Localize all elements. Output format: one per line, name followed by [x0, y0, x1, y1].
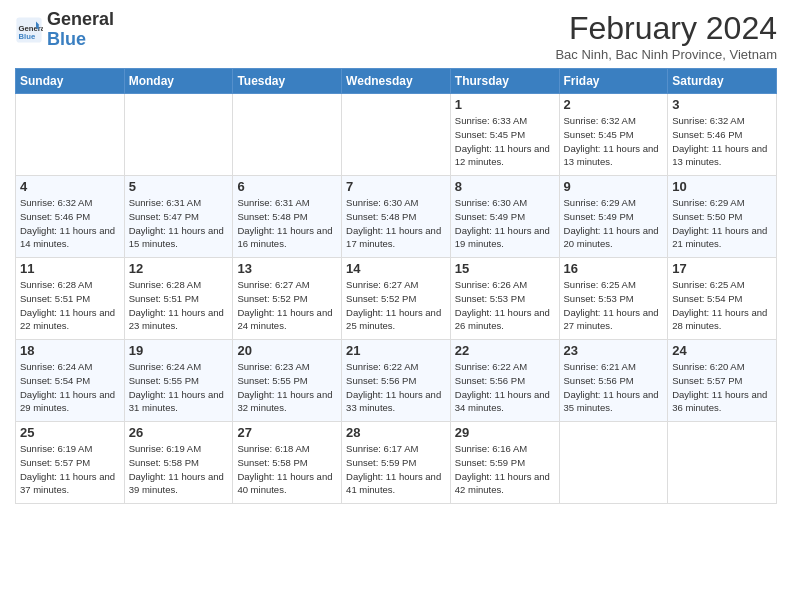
- day-cell: 14Sunrise: 6:27 AM Sunset: 5:52 PM Dayli…: [342, 258, 451, 340]
- title-block: February 2024 Bac Ninh, Bac Ninh Provinc…: [555, 10, 777, 62]
- day-info: Sunrise: 6:32 AM Sunset: 5:46 PM Dayligh…: [672, 114, 772, 169]
- day-cell: 10Sunrise: 6:29 AM Sunset: 5:50 PM Dayli…: [668, 176, 777, 258]
- day-info: Sunrise: 6:31 AM Sunset: 5:47 PM Dayligh…: [129, 196, 229, 251]
- day-cell: 20Sunrise: 6:23 AM Sunset: 5:55 PM Dayli…: [233, 340, 342, 422]
- day-number: 7: [346, 179, 446, 194]
- day-info: Sunrise: 6:29 AM Sunset: 5:49 PM Dayligh…: [564, 196, 664, 251]
- day-cell: 22Sunrise: 6:22 AM Sunset: 5:56 PM Dayli…: [450, 340, 559, 422]
- calendar-body: 1Sunrise: 6:33 AM Sunset: 5:45 PM Daylig…: [16, 94, 777, 504]
- page: General Blue GeneralBlue February 2024 B…: [0, 0, 792, 612]
- day-cell: 15Sunrise: 6:26 AM Sunset: 5:53 PM Dayli…: [450, 258, 559, 340]
- day-info: Sunrise: 6:24 AM Sunset: 5:55 PM Dayligh…: [129, 360, 229, 415]
- day-number: 23: [564, 343, 664, 358]
- day-number: 21: [346, 343, 446, 358]
- day-header-tuesday: Tuesday: [233, 69, 342, 94]
- day-cell: 3Sunrise: 6:32 AM Sunset: 5:46 PM Daylig…: [668, 94, 777, 176]
- day-info: Sunrise: 6:30 AM Sunset: 5:48 PM Dayligh…: [346, 196, 446, 251]
- calendar: SundayMondayTuesdayWednesdayThursdayFrid…: [15, 68, 777, 504]
- week-row-1: 1Sunrise: 6:33 AM Sunset: 5:45 PM Daylig…: [16, 94, 777, 176]
- day-cell: 17Sunrise: 6:25 AM Sunset: 5:54 PM Dayli…: [668, 258, 777, 340]
- day-header-wednesday: Wednesday: [342, 69, 451, 94]
- day-number: 10: [672, 179, 772, 194]
- day-number: 28: [346, 425, 446, 440]
- day-info: Sunrise: 6:32 AM Sunset: 5:46 PM Dayligh…: [20, 196, 120, 251]
- day-info: Sunrise: 6:29 AM Sunset: 5:50 PM Dayligh…: [672, 196, 772, 251]
- day-number: 3: [672, 97, 772, 112]
- day-cell: [16, 94, 125, 176]
- day-number: 1: [455, 97, 555, 112]
- day-number: 18: [20, 343, 120, 358]
- day-cell: [668, 422, 777, 504]
- day-cell: 16Sunrise: 6:25 AM Sunset: 5:53 PM Dayli…: [559, 258, 668, 340]
- day-number: 20: [237, 343, 337, 358]
- day-number: 25: [20, 425, 120, 440]
- logo: General Blue GeneralBlue: [15, 10, 114, 50]
- day-cell: [233, 94, 342, 176]
- day-number: 17: [672, 261, 772, 276]
- day-info: Sunrise: 6:27 AM Sunset: 5:52 PM Dayligh…: [237, 278, 337, 333]
- day-cell: 21Sunrise: 6:22 AM Sunset: 5:56 PM Dayli…: [342, 340, 451, 422]
- day-cell: 5Sunrise: 6:31 AM Sunset: 5:47 PM Daylig…: [124, 176, 233, 258]
- day-number: 29: [455, 425, 555, 440]
- week-row-2: 4Sunrise: 6:32 AM Sunset: 5:46 PM Daylig…: [16, 176, 777, 258]
- day-info: Sunrise: 6:31 AM Sunset: 5:48 PM Dayligh…: [237, 196, 337, 251]
- day-info: Sunrise: 6:22 AM Sunset: 5:56 PM Dayligh…: [455, 360, 555, 415]
- day-number: 14: [346, 261, 446, 276]
- day-cell: [342, 94, 451, 176]
- day-cell: 27Sunrise: 6:18 AM Sunset: 5:58 PM Dayli…: [233, 422, 342, 504]
- day-header-monday: Monday: [124, 69, 233, 94]
- day-info: Sunrise: 6:19 AM Sunset: 5:58 PM Dayligh…: [129, 442, 229, 497]
- week-row-3: 11Sunrise: 6:28 AM Sunset: 5:51 PM Dayli…: [16, 258, 777, 340]
- header: General Blue GeneralBlue February 2024 B…: [15, 10, 777, 62]
- day-number: 6: [237, 179, 337, 194]
- day-number: 11: [20, 261, 120, 276]
- day-cell: 28Sunrise: 6:17 AM Sunset: 5:59 PM Dayli…: [342, 422, 451, 504]
- day-info: Sunrise: 6:16 AM Sunset: 5:59 PM Dayligh…: [455, 442, 555, 497]
- day-cell: 12Sunrise: 6:28 AM Sunset: 5:51 PM Dayli…: [124, 258, 233, 340]
- day-number: 24: [672, 343, 772, 358]
- day-info: Sunrise: 6:20 AM Sunset: 5:57 PM Dayligh…: [672, 360, 772, 415]
- day-cell: [124, 94, 233, 176]
- day-header-thursday: Thursday: [450, 69, 559, 94]
- calendar-header-row: SundayMondayTuesdayWednesdayThursdayFrid…: [16, 69, 777, 94]
- day-number: 4: [20, 179, 120, 194]
- day-cell: 9Sunrise: 6:29 AM Sunset: 5:49 PM Daylig…: [559, 176, 668, 258]
- day-header-saturday: Saturday: [668, 69, 777, 94]
- day-info: Sunrise: 6:22 AM Sunset: 5:56 PM Dayligh…: [346, 360, 446, 415]
- month-title: February 2024: [555, 10, 777, 47]
- day-info: Sunrise: 6:33 AM Sunset: 5:45 PM Dayligh…: [455, 114, 555, 169]
- day-info: Sunrise: 6:21 AM Sunset: 5:56 PM Dayligh…: [564, 360, 664, 415]
- day-number: 2: [564, 97, 664, 112]
- day-number: 15: [455, 261, 555, 276]
- day-number: 5: [129, 179, 229, 194]
- day-info: Sunrise: 6:26 AM Sunset: 5:53 PM Dayligh…: [455, 278, 555, 333]
- day-info: Sunrise: 6:27 AM Sunset: 5:52 PM Dayligh…: [346, 278, 446, 333]
- day-info: Sunrise: 6:19 AM Sunset: 5:57 PM Dayligh…: [20, 442, 120, 497]
- day-header-sunday: Sunday: [16, 69, 125, 94]
- day-cell: 25Sunrise: 6:19 AM Sunset: 5:57 PM Dayli…: [16, 422, 125, 504]
- day-cell: 26Sunrise: 6:19 AM Sunset: 5:58 PM Dayli…: [124, 422, 233, 504]
- week-row-5: 25Sunrise: 6:19 AM Sunset: 5:57 PM Dayli…: [16, 422, 777, 504]
- day-cell: 7Sunrise: 6:30 AM Sunset: 5:48 PM Daylig…: [342, 176, 451, 258]
- day-number: 22: [455, 343, 555, 358]
- day-number: 8: [455, 179, 555, 194]
- day-cell: 18Sunrise: 6:24 AM Sunset: 5:54 PM Dayli…: [16, 340, 125, 422]
- day-info: Sunrise: 6:28 AM Sunset: 5:51 PM Dayligh…: [20, 278, 120, 333]
- day-number: 26: [129, 425, 229, 440]
- day-info: Sunrise: 6:18 AM Sunset: 5:58 PM Dayligh…: [237, 442, 337, 497]
- week-row-4: 18Sunrise: 6:24 AM Sunset: 5:54 PM Dayli…: [16, 340, 777, 422]
- logo-text: GeneralBlue: [47, 10, 114, 50]
- day-number: 9: [564, 179, 664, 194]
- day-cell: 24Sunrise: 6:20 AM Sunset: 5:57 PM Dayli…: [668, 340, 777, 422]
- day-info: Sunrise: 6:25 AM Sunset: 5:54 PM Dayligh…: [672, 278, 772, 333]
- day-cell: 4Sunrise: 6:32 AM Sunset: 5:46 PM Daylig…: [16, 176, 125, 258]
- day-cell: 23Sunrise: 6:21 AM Sunset: 5:56 PM Dayli…: [559, 340, 668, 422]
- day-info: Sunrise: 6:32 AM Sunset: 5:45 PM Dayligh…: [564, 114, 664, 169]
- day-cell: 11Sunrise: 6:28 AM Sunset: 5:51 PM Dayli…: [16, 258, 125, 340]
- day-number: 27: [237, 425, 337, 440]
- day-number: 12: [129, 261, 229, 276]
- day-cell: 1Sunrise: 6:33 AM Sunset: 5:45 PM Daylig…: [450, 94, 559, 176]
- day-info: Sunrise: 6:30 AM Sunset: 5:49 PM Dayligh…: [455, 196, 555, 251]
- day-header-friday: Friday: [559, 69, 668, 94]
- day-cell: 29Sunrise: 6:16 AM Sunset: 5:59 PM Dayli…: [450, 422, 559, 504]
